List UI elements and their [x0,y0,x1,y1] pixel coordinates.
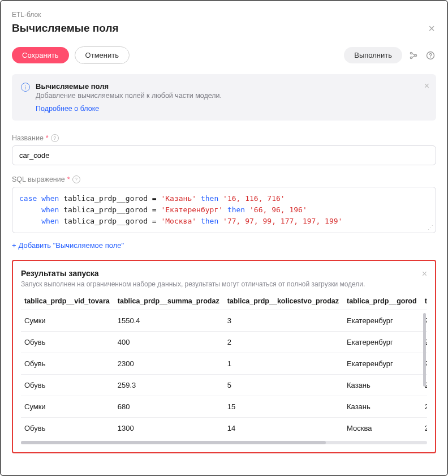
table-row: Обувь4002Екатеренбург2021-0 [21,332,427,353]
table-row: Обувь130014Москва2021-0 [21,418,427,439]
table-row: Обувь23001Екатеренбург2021-0 [21,353,427,375]
table-row: Сумки1550.43Екатеренбург2021-0 [21,310,427,332]
table-cell: 3 [227,310,347,332]
table-cell: 680 [118,396,227,418]
help-circle-icon[interactable]: ? [72,175,80,183]
table-cell: Сумки [21,310,118,332]
table-cell: 2021-0 [425,418,427,439]
resize-handle-icon[interactable]: ⋰ [428,223,433,232]
results-note: Запуск выполнен на ограниченном наборе д… [21,280,427,288]
required-marker: * [67,175,70,183]
table-cell: 14 [227,418,347,439]
table-cell: Обувь [21,418,118,439]
title-row: Вычисляемые поля × [12,20,436,36]
table-cell: 2021-0 [425,396,427,418]
table-cell: Екатеренбург [347,353,425,375]
dependencies-icon[interactable] [408,50,419,61]
info-close-icon[interactable]: × [424,81,429,91]
name-input[interactable] [12,145,436,165]
add-field-link[interactable]: + Добавить "Вычисляемое поле" [12,241,124,250]
svg-point-2 [415,54,416,56]
column-header[interactable]: tablica_ [425,293,427,310]
sql-editor[interactable]: case when tablica_prdp__gorod = 'Казань'… [12,187,436,233]
table-cell: Казань [347,375,425,396]
results-table: tablica_prdp__vid_tovaratablica_prdp__su… [21,293,427,439]
svg-point-4 [430,57,430,57]
horizontal-scrollbar-thumb[interactable] [21,441,326,444]
sql-label: SQL выражение * ? [12,175,436,183]
vertical-scrollbar[interactable] [423,313,426,387]
table-cell: Обувь [21,332,118,353]
results-close-icon[interactable]: × [422,269,427,279]
page-title: Вычисляемые поля [12,22,119,35]
svg-point-1 [410,57,412,58]
sql-label-text: SQL выражение [12,175,65,183]
table-cell: 2 [227,332,347,353]
info-icon: i [21,83,30,92]
save-button[interactable]: Сохранить [12,47,69,63]
column-header[interactable]: tablica_prdp__gorod [347,293,425,310]
name-label-text: Название [12,134,44,142]
table-cell: Екатеренбург [347,310,425,332]
info-box: i Вычисляемые поля Добавление вычисляемы… [12,74,436,121]
breadcrumb: ETL-блок [12,11,436,19]
table-cell: 15 [227,396,347,418]
table-cell: 400 [118,332,227,353]
results-panel: × Результаты запуска Запуск выполнен на … [12,260,436,453]
table-cell: 1 [227,353,347,375]
table-row: Обувь259.35Казань2021-0 [21,375,427,396]
toolbar: Сохранить Отменить Выполнить [12,46,436,64]
plus-icon: + [12,241,16,250]
column-header[interactable]: tablica_prdp__kolicestvo_prodaz [227,293,347,310]
etl-panel: ETL-блок Вычисляемые поля × Сохранить От… [0,0,448,476]
table-cell: Москва [347,418,425,439]
cancel-button[interactable]: Отменить [75,46,130,64]
table-row: Сумки68015Казань2021-0 [21,396,427,418]
results-title: Результаты запуска [21,269,427,278]
table-cell: Обувь [21,353,118,375]
add-field-label: Добавить "Вычисляемое поле" [19,241,124,250]
required-marker: * [46,134,49,142]
info-description: Добавление вычисляемых полей к любой час… [36,92,427,100]
results-table-scroll[interactable]: tablica_prdp__vid_tovaratablica_prdp__su… [21,293,427,439]
table-cell: Обувь [21,375,118,396]
table-cell: Екатеренбург [347,332,425,353]
table-cell: 2300 [118,353,227,375]
table-cell: Сумки [21,396,118,418]
help-circle-icon[interactable]: ? [51,134,59,142]
table-cell: 1550.4 [118,310,227,332]
column-header[interactable]: tablica_prdp__vid_tovara [21,293,118,310]
table-cell: 5 [227,375,347,396]
table-cell: 1300 [118,418,227,439]
svg-point-0 [410,52,412,54]
info-title: Вычисляемые поля [36,82,427,91]
help-icon[interactable] [425,50,436,61]
run-button[interactable]: Выполнить [344,47,402,63]
horizontal-scrollbar[interactable] [21,441,427,444]
info-link[interactable]: Подробнее о блоке [36,105,99,113]
table-cell: 259.3 [118,375,227,396]
column-header[interactable]: tablica_prdp__summa_prodaz [118,293,227,310]
close-icon[interactable]: × [427,20,436,36]
table-cell: Казань [347,396,425,418]
name-label: Название * ? [12,134,436,142]
